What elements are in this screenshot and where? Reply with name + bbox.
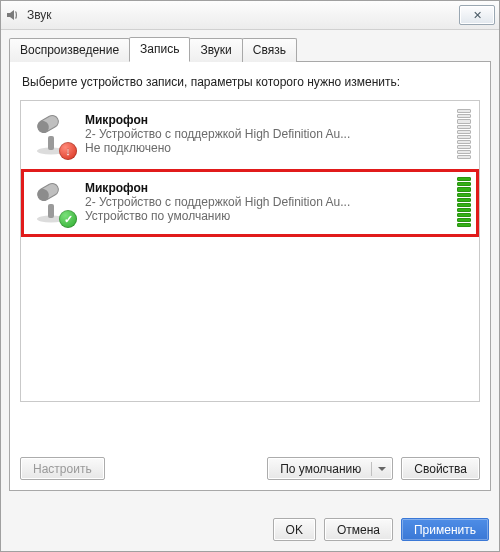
device-item[interactable]: ↓ Микрофон 2- Устройство с поддержкой Hi… — [21, 101, 479, 169]
level-meter — [457, 177, 471, 227]
device-list[interactable]: ↓ Микрофон 2- Устройство с поддержкой Hi… — [20, 100, 480, 402]
dialog-button-bar: OK Отмена Применить — [273, 518, 489, 541]
microphone-icon: ↓ — [29, 112, 73, 156]
tab-sounds[interactable]: Звуки — [189, 38, 242, 62]
apply-button[interactable]: Применить — [401, 518, 489, 541]
device-status: Не подключено — [85, 141, 415, 155]
speaker-icon — [5, 7, 21, 23]
tab-label: Воспроизведение — [20, 43, 119, 57]
window-close-button[interactable]: ✕ — [459, 5, 495, 25]
button-label: По умолчанию — [280, 462, 361, 476]
device-description: 2- Устройство с поддержкой High Definiti… — [85, 195, 415, 209]
close-icon: ✕ — [473, 9, 482, 22]
chevron-down-icon — [378, 467, 386, 471]
tab-label: Звуки — [200, 43, 231, 57]
device-name: Микрофон — [85, 113, 451, 127]
tab-recording[interactable]: Запись — [129, 37, 190, 62]
tab-button-bar: Настроить По умолчанию Свойства — [20, 457, 480, 480]
titlebar: Звук ✕ — [1, 1, 499, 30]
device-name: Микрофон — [85, 181, 451, 195]
tab-strip: Воспроизведение Запись Звуки Связь — [1, 30, 499, 61]
set-default-button[interactable]: По умолчанию — [267, 457, 393, 480]
status-default-icon: ✓ — [59, 210, 77, 228]
window-title: Звук — [27, 8, 52, 22]
sound-dialog: Звук ✕ Воспроизведение Запись Звуки Связ… — [0, 0, 500, 552]
device-description: 2- Устройство с поддержкой High Definiti… — [85, 127, 415, 141]
svg-rect-1 — [48, 136, 54, 150]
device-item[interactable]: ✓ Микрофон 2- Устройство с поддержкой Hi… — [21, 169, 479, 237]
status-disconnected-icon: ↓ — [59, 142, 77, 160]
cancel-button[interactable]: Отмена — [324, 518, 393, 541]
properties-button[interactable]: Свойства — [401, 457, 480, 480]
tab-label: Запись — [140, 42, 179, 56]
ok-button[interactable]: OK — [273, 518, 316, 541]
microphone-icon: ✓ — [29, 180, 73, 224]
tab-playback[interactable]: Воспроизведение — [9, 38, 130, 62]
tab-communications[interactable]: Связь — [242, 38, 297, 62]
tab-label: Связь — [253, 43, 286, 57]
instruction-text: Выберите устройство записи, параметры ко… — [22, 74, 478, 90]
device-status: Устройство по умолчанию — [85, 209, 415, 223]
configure-button[interactable]: Настроить — [20, 457, 105, 480]
level-meter — [457, 109, 471, 159]
tab-page-recording: Выберите устройство записи, параметры ко… — [9, 61, 491, 491]
svg-rect-5 — [48, 204, 54, 218]
